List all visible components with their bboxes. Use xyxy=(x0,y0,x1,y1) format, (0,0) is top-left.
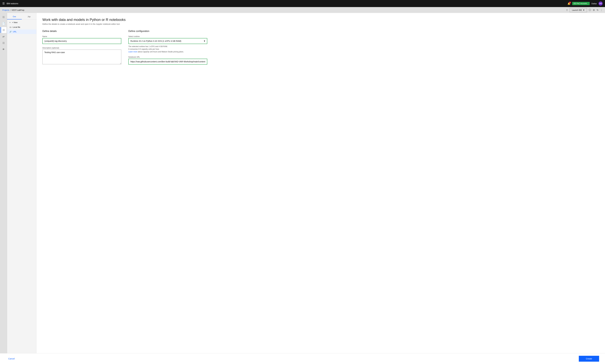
runtime-info-line3: Learn more about capacity unit hours and… xyxy=(128,51,207,53)
description-label: Description (optional) xyxy=(42,47,121,49)
avatar[interactable]: AG xyxy=(599,1,603,6)
form-columns: Define details Name Description (optiona… xyxy=(42,30,207,68)
name-label: Name xyxy=(42,36,121,38)
top-navigation: ☰ IBM watsonx 🔔 1 EE PoC Account... Dall… xyxy=(0,0,605,7)
nav-tabs: Ove Jup xyxy=(7,14,36,20)
url-icon: 🔗 xyxy=(9,31,12,33)
create-button[interactable]: Create xyxy=(579,356,599,362)
sidebar-icon-overview[interactable]: ☷ xyxy=(0,14,6,20)
breadcrumb-current-project: VEST-LabPrep xyxy=(12,9,25,11)
refresh-icon-button[interactable]: ↻ xyxy=(597,9,599,12)
description-textarea[interactable]: Testing RAG use-case xyxy=(42,50,121,64)
sidebar-icon-notebooks[interactable]: 📄 xyxy=(0,21,6,26)
notebook-url-label: Notebook URL xyxy=(128,56,207,58)
name-input[interactable] xyxy=(42,38,121,44)
nav-tab-overview[interactable]: Ove xyxy=(7,14,22,19)
notification-badge: 1 xyxy=(569,2,571,4)
file-icon: 🗂 xyxy=(9,26,12,28)
select-runtime-label: Select runtime xyxy=(128,36,207,38)
info-icon-button[interactable]: ⓘ xyxy=(589,9,591,12)
runtime-select[interactable]: Runtime 22.2 on Python 3.10 XXS (1 vCPU … xyxy=(128,38,207,44)
runtime-info-line1: The selected runtime has 1 vCPU and 4 GB… xyxy=(128,45,207,48)
left-sidebar: ☷ 📄 ☷ ⇄ ☷ 👁 xyxy=(0,13,7,364)
notification-icon[interactable]: 🔔 1 xyxy=(567,2,570,5)
name-field-group: Name xyxy=(42,36,121,44)
launch-ide-button[interactable]: Launch IDE ▼ xyxy=(570,8,587,12)
dialog-title: Work with data and models in Python or R… xyxy=(42,18,207,22)
plus-icon: + xyxy=(9,21,11,24)
breadcrumb-projects-link[interactable]: Projects xyxy=(2,9,9,11)
define-details-title: Define details xyxy=(42,30,121,33)
dialog-footer: Cancel Create xyxy=(37,353,605,364)
define-config-title: Define configuration xyxy=(128,30,207,33)
sidebar-icon-active[interactable]: ☷ xyxy=(0,27,6,33)
settings-icon-button[interactable]: ⚙ xyxy=(593,9,595,12)
notebook-url-field-group: Notebook URL xyxy=(128,56,207,65)
runtime-info: The selected runtime has 1 vCPU and 4 GB… xyxy=(128,45,207,53)
define-config-column: Define configuration Select runtime Runt… xyxy=(128,30,207,68)
runtime-field-group: Select runtime Runtime 22.2 on Python 3.… xyxy=(128,36,207,53)
sidebar-icon-data[interactable]: ☷ xyxy=(0,40,6,46)
dialog-content: Work with data and models in Python or R… xyxy=(37,13,213,72)
nav-tab-jupyter[interactable]: Jup xyxy=(22,14,37,19)
chevron-down-icon: ▼ xyxy=(583,9,585,11)
content-area: Work with data and models in Python or R… xyxy=(37,13,605,364)
breadcrumb-bar: Projects / VEST-LabPrep ⇧ Launch IDE ▼ ⓘ… xyxy=(0,7,605,13)
nav-item-url[interactable]: 🔗 URL xyxy=(7,29,36,34)
breadcrumb: Projects / VEST-LabPrep xyxy=(2,9,24,11)
region-selector[interactable]: Dallas xyxy=(592,2,597,5)
learn-more-link[interactable]: Learn more xyxy=(128,51,137,53)
notebook-url-input[interactable] xyxy=(128,59,207,65)
breadcrumb-actions: ⇧ Launch IDE ▼ ⓘ ⚙ ↻ ⋮ xyxy=(566,8,603,12)
nav-panel: Ove Jup + + New 🗂 Local file 🔗 URL xyxy=(7,13,37,364)
runtime-info-line2: It consumes 0.5 capacity units per hour. xyxy=(128,48,207,51)
account-selector[interactable]: EE PoC Account... xyxy=(572,2,590,5)
nav-right: 🔔 1 EE PoC Account... Dallas AG xyxy=(567,1,603,6)
runtime-select-wrapper: Runtime 22.2 on Python 3.10 XXS (1 vCPU … xyxy=(128,38,207,44)
overflow-menu-button[interactable]: ⋮ xyxy=(600,9,603,12)
sidebar-icon-transform[interactable]: ⇄ xyxy=(0,34,6,39)
upload-icon-button[interactable]: ⇧ xyxy=(566,9,568,12)
description-field-group: Description (optional) Testing RAG use-c… xyxy=(42,47,121,65)
nav-item-local-file[interactable]: 🗂 Local file xyxy=(7,25,36,29)
main-layout: ☷ 📄 ☷ ⇄ ☷ 👁 Ove Jup + + New 🗂 Local file… xyxy=(0,13,605,364)
runtime-info-line3-text: about capacity unit hours and Watson Stu… xyxy=(137,51,184,53)
define-details-column: Define details Name Description (optiona… xyxy=(42,30,121,68)
nav-left: ☰ IBM watsonx xyxy=(2,2,18,5)
launch-ide-label: Launch IDE xyxy=(572,9,582,11)
hamburger-menu-icon[interactable]: ☰ xyxy=(2,2,5,5)
app-name: IBM watsonx xyxy=(6,2,18,5)
breadcrumb-separator: / xyxy=(10,9,11,11)
dialog-subtitle: Define the details to create a notebook … xyxy=(42,23,207,25)
nav-item-new[interactable]: + + New xyxy=(7,20,36,25)
sidebar-icon-view[interactable]: 👁 xyxy=(0,46,6,52)
